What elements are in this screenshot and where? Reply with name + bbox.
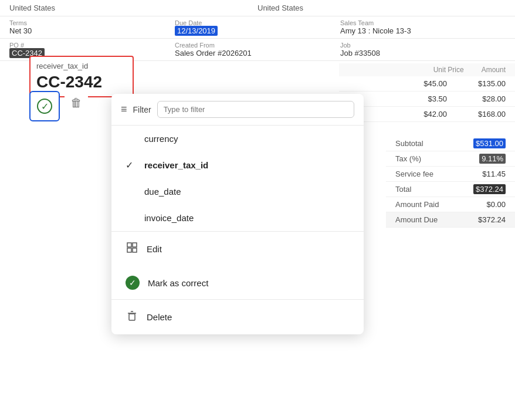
amount-due-label: Amount Due — [395, 215, 438, 224]
amount-paid-label: Amount Paid — [395, 200, 439, 209]
tax-label: Tax (%) — [395, 154, 421, 163]
delete-label: Delete — [147, 312, 172, 322]
field-value: CC-2342 — [36, 73, 127, 92]
amount-header: Amount — [482, 66, 506, 74]
due-date-label: due_date — [144, 187, 181, 197]
svg-rect-2 — [127, 248, 131, 252]
terms-cell: Terms Net 30 — [9, 16, 175, 38]
field-label: receiver_tax_id — [36, 62, 127, 70]
menu-item-due-date[interactable]: ✓ due_date — [111, 178, 364, 205]
job-cell: Job Job #33508 — [340, 39, 506, 60]
col-headers: Unit Price Amount — [339, 63, 515, 77]
meta-area: Terms Net 30 Due Date 12/13/2019 Sales T… — [0, 16, 515, 61]
edit-label: Edit — [147, 244, 162, 254]
total-row: Total $372.24 — [386, 182, 515, 197]
due-date-value: 12/13/2019 — [175, 26, 340, 35]
filter-row: ≡ Filter — [111, 94, 364, 126]
job-value: Job #33508 — [340, 49, 506, 57]
line-items-area: $45.00 $135.00 $3.50 $28.00 $42.00 $168.… — [339, 76, 515, 122]
top-col2: United States — [258, 4, 506, 12]
mark-correct-button[interactable]: ✓ — [29, 91, 60, 121]
subtotal-label: Subtotal — [395, 139, 423, 148]
edit-icon — [126, 241, 138, 257]
invoice-date-label: invoice_date — [144, 213, 194, 223]
line-item-row: $3.50 $28.00 — [339, 92, 515, 107]
terms-label: Terms — [9, 19, 175, 26]
service-fee-row: Service fee $11.45 — [386, 167, 515, 182]
trash-icon: 🗑 — [70, 96, 82, 110]
amount-paid-row: Amount Paid $0.00 — [386, 197, 515, 212]
field-actions: ✓ 🗑 — [29, 91, 88, 121]
dropdown-menu: ≡ Filter ✓ currency ✓ receiver_tax_id ✓ … — [111, 94, 364, 334]
total-value: $372.24 — [473, 185, 506, 194]
menu-items-section: ✓ currency ✓ receiver_tax_id ✓ due_date … — [111, 126, 364, 232]
line-item-row: $45.00 $135.00 — [339, 76, 515, 92]
svg-rect-1 — [133, 243, 137, 247]
receiver-tax-id-label: receiver_tax_id — [144, 160, 208, 170]
created-from-cell: Created From Sales Order #2026201 — [175, 39, 340, 60]
svg-rect-4 — [129, 314, 135, 320]
green-check-icon: ✓ — [37, 99, 52, 114]
amount-paid-value: $0.00 — [486, 200, 506, 209]
top-col1: United States — [9, 4, 258, 12]
unit-price-3: $42.00 — [394, 110, 447, 118]
totals-panel: Subtotal $531.00 Tax (%) 9.11% Service f… — [386, 136, 515, 228]
service-fee-label: Service fee — [395, 170, 433, 178]
delete-icon — [126, 309, 138, 325]
terms-value: Net 30 — [9, 26, 175, 35]
line-item-row: $42.00 $168.00 — [339, 107, 515, 122]
due-date-highlight: 12/13/2019 — [175, 26, 218, 36]
unit-price-2: $3.50 — [394, 94, 447, 103]
svg-rect-3 — [133, 248, 137, 252]
amount-1: $135.00 — [459, 79, 506, 88]
correct-icon: ✓ — [126, 276, 140, 290]
mark-correct-label: Mark as correct — [148, 278, 208, 288]
menu-item-receiver-tax-id[interactable]: ✓ receiver_tax_id — [111, 152, 364, 178]
menu-actions-section: Edit ✓ Mark as correct — [111, 232, 364, 300]
meta-row-1: Terms Net 30 Due Date 12/13/2019 Sales T… — [0, 16, 515, 39]
total-label: Total — [395, 185, 411, 194]
unit-price-header: Unit Price — [433, 66, 464, 74]
subtotal-row: Subtotal $531.00 — [386, 136, 515, 151]
amount-2: $28.00 — [459, 94, 506, 103]
mark-correct-action[interactable]: ✓ Mark as correct — [111, 266, 364, 299]
menu-delete-section: Delete — [111, 300, 364, 334]
amount-due-row: Amount Due $372.24 — [386, 212, 515, 228]
delete-field-button[interactable]: 🗑 — [65, 91, 88, 114]
filter-icon: ≡ — [121, 103, 127, 116]
delete-action[interactable]: Delete — [111, 300, 364, 334]
filter-label: Filter — [133, 105, 151, 114]
tax-row: Tax (%) 9.11% — [386, 151, 515, 167]
created-from-value: Sales Order #2026201 — [175, 49, 340, 57]
edit-action[interactable]: Edit — [111, 232, 364, 266]
sales-team-label: Sales Team — [340, 19, 506, 26]
tax-value: 9.11% — [479, 154, 506, 163]
svg-rect-0 — [127, 243, 131, 247]
sales-team-cell: Sales Team Amy 13 : Nicole 13-3 — [340, 16, 506, 38]
menu-item-currency[interactable]: ✓ currency — [111, 126, 364, 152]
subtotal-value: $531.00 — [473, 139, 506, 148]
top-row: United States United States — [0, 0, 515, 16]
created-from-label: Created From — [175, 42, 340, 49]
sales-team-value: Amy 13 : Nicole 13-3 — [340, 26, 506, 35]
amount-due-value: $372.24 — [478, 215, 506, 224]
currency-label: currency — [144, 134, 178, 144]
filter-input[interactable] — [157, 101, 354, 118]
service-fee-value: $11.45 — [482, 170, 506, 178]
unit-price-1: $45.00 — [394, 79, 447, 88]
amount-3: $168.00 — [459, 110, 506, 118]
menu-item-invoice-date[interactable]: ✓ invoice_date — [111, 205, 364, 231]
due-date-cell: Due Date 12/13/2019 — [175, 16, 340, 38]
receiver-tax-check-icon: ✓ — [126, 160, 137, 171]
job-label: Job — [340, 42, 506, 49]
